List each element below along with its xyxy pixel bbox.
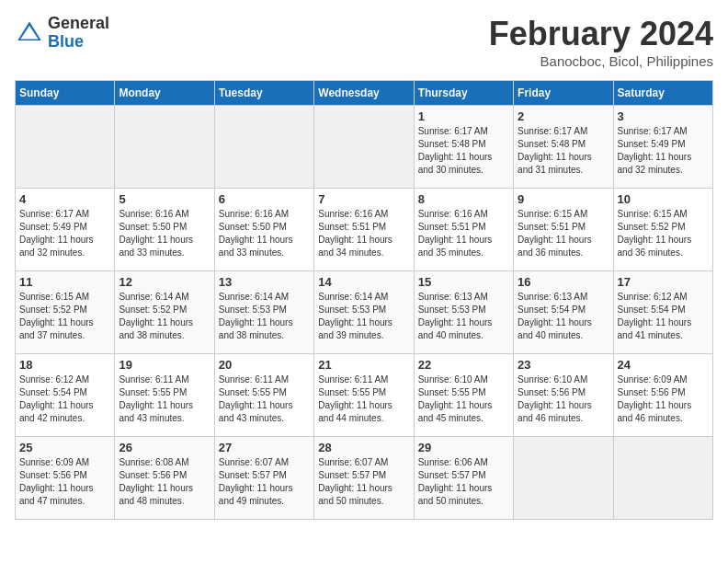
col-header-saturday: Saturday	[613, 81, 712, 106]
day-number: 4	[19, 192, 110, 206]
col-header-friday: Friday	[514, 81, 613, 106]
day-info: Sunrise: 6:17 AM Sunset: 5:48 PM Dayligh…	[518, 125, 609, 177]
day-number: 25	[19, 441, 110, 454]
logo-icon	[15, 18, 44, 48]
col-header-sunday: Sunday	[16, 81, 115, 106]
day-info: Sunrise: 6:17 AM Sunset: 5:49 PM Dayligh…	[618, 125, 709, 177]
day-info: Sunrise: 6:08 AM Sunset: 5:56 PM Dayligh…	[119, 456, 210, 508]
day-number: 1	[418, 109, 509, 123]
header: General Blue February 2024 Banocboc, Bic…	[15, 15, 713, 69]
calendar-cell: 5Sunrise: 6:16 AM Sunset: 5:50 PM Daylig…	[115, 189, 214, 271]
calendar-cell: 18Sunrise: 6:12 AM Sunset: 5:54 PM Dayli…	[16, 354, 115, 437]
day-number: 24	[618, 358, 709, 372]
day-number: 18	[19, 358, 110, 372]
calendar-cell	[314, 106, 414, 189]
day-number: 16	[518, 275, 609, 289]
calendar-cell: 8Sunrise: 6:16 AM Sunset: 5:51 PM Daylig…	[414, 189, 513, 271]
week-row-3: 18Sunrise: 6:12 AM Sunset: 5:54 PM Dayli…	[16, 354, 713, 437]
day-number: 15	[418, 275, 509, 289]
calendar-cell: 26Sunrise: 6:08 AM Sunset: 5:56 PM Dayli…	[115, 437, 214, 520]
calendar-cell: 4Sunrise: 6:17 AM Sunset: 5:49 PM Daylig…	[16, 189, 115, 271]
calendar-cell: 1Sunrise: 6:17 AM Sunset: 5:48 PM Daylig…	[414, 106, 513, 189]
week-row-1: 4Sunrise: 6:17 AM Sunset: 5:49 PM Daylig…	[16, 189, 713, 271]
day-number: 19	[119, 358, 210, 372]
logo: General Blue	[15, 15, 109, 52]
day-number: 17	[618, 275, 709, 289]
day-info: Sunrise: 6:12 AM Sunset: 5:54 PM Dayligh…	[19, 373, 110, 425]
calendar-cell: 12Sunrise: 6:14 AM Sunset: 5:52 PM Dayli…	[115, 271, 214, 354]
month-title: February 2024	[489, 15, 713, 53]
calendar-cell: 9Sunrise: 6:15 AM Sunset: 5:51 PM Daylig…	[514, 189, 613, 271]
calendar-cell	[514, 437, 613, 520]
day-info: Sunrise: 6:16 AM Sunset: 5:51 PM Dayligh…	[418, 208, 509, 259]
day-number: 9	[518, 192, 609, 206]
day-number: 26	[119, 441, 210, 454]
day-info: Sunrise: 6:15 AM Sunset: 5:52 PM Dayligh…	[618, 208, 709, 259]
calendar-cell: 7Sunrise: 6:16 AM Sunset: 5:51 PM Daylig…	[314, 189, 414, 271]
calendar-cell: 20Sunrise: 6:11 AM Sunset: 5:55 PM Dayli…	[214, 354, 313, 437]
day-number: 28	[318, 441, 409, 454]
day-info: Sunrise: 6:14 AM Sunset: 5:52 PM Dayligh…	[119, 291, 210, 342]
location-title: Banocboc, Bicol, Philippines	[489, 53, 713, 69]
day-number: 7	[318, 192, 409, 206]
logo-blue-text: Blue	[48, 33, 109, 52]
week-row-0: 1Sunrise: 6:17 AM Sunset: 5:48 PM Daylig…	[16, 106, 713, 189]
day-info: Sunrise: 6:10 AM Sunset: 5:55 PM Dayligh…	[418, 373, 509, 425]
calendar-cell: 28Sunrise: 6:07 AM Sunset: 5:57 PM Dayli…	[314, 437, 414, 520]
logo-general-text: General	[48, 15, 109, 33]
day-info: Sunrise: 6:07 AM Sunset: 5:57 PM Dayligh…	[318, 456, 409, 508]
day-info: Sunrise: 6:16 AM Sunset: 5:50 PM Dayligh…	[119, 208, 210, 259]
day-info: Sunrise: 6:13 AM Sunset: 5:54 PM Dayligh…	[518, 291, 609, 342]
day-info: Sunrise: 6:15 AM Sunset: 5:52 PM Dayligh…	[19, 291, 110, 342]
day-number: 2	[518, 109, 609, 123]
calendar-cell: 22Sunrise: 6:10 AM Sunset: 5:55 PM Dayli…	[414, 354, 513, 437]
day-number: 3	[618, 109, 709, 123]
day-info: Sunrise: 6:11 AM Sunset: 5:55 PM Dayligh…	[219, 373, 310, 425]
calendar-cell: 6Sunrise: 6:16 AM Sunset: 5:50 PM Daylig…	[214, 189, 313, 271]
day-info: Sunrise: 6:06 AM Sunset: 5:57 PM Dayligh…	[418, 456, 509, 508]
title-area: February 2024 Banocboc, Bicol, Philippin…	[489, 15, 713, 69]
day-info: Sunrise: 6:09 AM Sunset: 5:56 PM Dayligh…	[19, 456, 110, 508]
day-number: 5	[119, 192, 210, 206]
day-number: 12	[119, 275, 210, 289]
calendar-cell: 16Sunrise: 6:13 AM Sunset: 5:54 PM Dayli…	[514, 271, 613, 354]
calendar-cell: 17Sunrise: 6:12 AM Sunset: 5:54 PM Dayli…	[613, 271, 712, 354]
day-info: Sunrise: 6:17 AM Sunset: 5:48 PM Dayligh…	[418, 125, 509, 177]
calendar-cell	[16, 106, 115, 189]
calendar-cell: 11Sunrise: 6:15 AM Sunset: 5:52 PM Dayli…	[16, 271, 115, 354]
day-number: 23	[518, 358, 609, 372]
day-info: Sunrise: 6:13 AM Sunset: 5:53 PM Dayligh…	[418, 291, 509, 342]
calendar-cell: 25Sunrise: 6:09 AM Sunset: 5:56 PM Dayli…	[16, 437, 115, 520]
day-info: Sunrise: 6:10 AM Sunset: 5:56 PM Dayligh…	[518, 373, 609, 425]
calendar-cell	[214, 106, 313, 189]
day-info: Sunrise: 6:12 AM Sunset: 5:54 PM Dayligh…	[618, 291, 709, 342]
day-number: 10	[618, 192, 709, 206]
col-header-wednesday: Wednesday	[314, 81, 414, 106]
calendar-cell: 27Sunrise: 6:07 AM Sunset: 5:57 PM Dayli…	[214, 437, 313, 520]
calendar-cell: 19Sunrise: 6:11 AM Sunset: 5:55 PM Dayli…	[115, 354, 214, 437]
calendar-header: SundayMondayTuesdayWednesdayThursdayFrid…	[16, 81, 713, 106]
day-number: 21	[318, 358, 409, 372]
calendar-cell: 21Sunrise: 6:11 AM Sunset: 5:55 PM Dayli…	[314, 354, 414, 437]
day-number: 6	[219, 192, 310, 206]
day-number: 20	[219, 358, 310, 372]
day-info: Sunrise: 6:07 AM Sunset: 5:57 PM Dayligh…	[219, 456, 310, 508]
calendar-cell: 3Sunrise: 6:17 AM Sunset: 5:49 PM Daylig…	[613, 106, 712, 189]
calendar-cell: 14Sunrise: 6:14 AM Sunset: 5:53 PM Dayli…	[314, 271, 414, 354]
col-header-monday: Monday	[115, 81, 214, 106]
header-row: SundayMondayTuesdayWednesdayThursdayFrid…	[16, 81, 713, 106]
calendar-cell: 13Sunrise: 6:14 AM Sunset: 5:53 PM Dayli…	[214, 271, 313, 354]
calendar-cell	[115, 106, 214, 189]
day-info: Sunrise: 6:16 AM Sunset: 5:50 PM Dayligh…	[219, 208, 310, 259]
day-info: Sunrise: 6:14 AM Sunset: 5:53 PM Dayligh…	[318, 291, 409, 342]
day-info: Sunrise: 6:17 AM Sunset: 5:49 PM Dayligh…	[19, 208, 110, 259]
calendar-cell: 23Sunrise: 6:10 AM Sunset: 5:56 PM Dayli…	[514, 354, 613, 437]
day-number: 11	[19, 275, 110, 289]
calendar-table: SundayMondayTuesdayWednesdayThursdayFrid…	[15, 80, 713, 520]
day-number: 22	[418, 358, 509, 372]
day-info: Sunrise: 6:11 AM Sunset: 5:55 PM Dayligh…	[318, 373, 409, 425]
calendar-body: 1Sunrise: 6:17 AM Sunset: 5:48 PM Daylig…	[16, 106, 713, 520]
day-number: 29	[418, 441, 509, 454]
calendar-cell: 29Sunrise: 6:06 AM Sunset: 5:57 PM Dayli…	[414, 437, 513, 520]
day-info: Sunrise: 6:09 AM Sunset: 5:56 PM Dayligh…	[618, 373, 709, 425]
